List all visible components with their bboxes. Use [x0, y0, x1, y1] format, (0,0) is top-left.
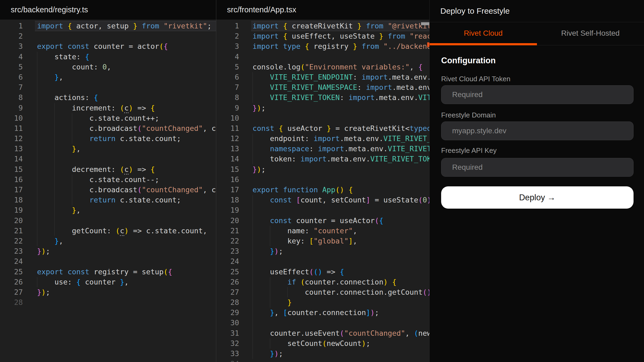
freestyle-api-key-input[interactable]: [441, 158, 634, 177]
line-number: 27: [216, 287, 239, 297]
code-token: c.state.count;: [116, 134, 181, 143]
code-line: 12 endpoint: import.meta.env.VITE_RIVET_…: [216, 134, 429, 144]
code-token: useEffect: [253, 268, 309, 276]
code-token: key:: [253, 237, 309, 245]
code-token: ): [41, 247, 46, 255]
code-token: "countChanged": [142, 186, 203, 194]
code-token: ): [274, 247, 279, 255]
code-line: 18 return c.state.count;: [0, 195, 216, 205]
code-token: }: [287, 298, 292, 306]
line-number: 19: [0, 205, 23, 215]
rivet-cloud-api-token-label: Rivet Cloud API Token: [441, 75, 510, 83]
indent-guide: [253, 195, 253, 359]
line-number: 21: [0, 226, 23, 236]
code-line: 19: [216, 205, 429, 215]
code-token: namespace: [270, 145, 309, 153]
line-number: 11: [0, 123, 23, 134]
line-number: 25: [216, 267, 239, 277]
code-text: c.broadcast("countChanged", c.state.coun…: [37, 185, 216, 195]
line-number: 23: [0, 246, 23, 256]
code-line: 14: [0, 154, 216, 164]
freestyle-domain-input[interactable]: [441, 121, 634, 140]
scrollbar-thumb[interactable]: [421, 22, 429, 25]
code-line: 2import { useEffect, useState } from "re…: [216, 31, 429, 41]
code-token: }: [120, 278, 124, 286]
code-text: actions: {: [37, 93, 98, 103]
code-line: 24: [0, 256, 216, 267]
line-number: 28: [0, 297, 23, 308]
code-token: [253, 349, 270, 358]
line-number: 7: [0, 82, 23, 93]
code-token: getCount:: [37, 227, 116, 235]
code-line: 20: [0, 216, 216, 226]
code-token: "rivetkit": [159, 22, 207, 30]
code-token: (: [309, 268, 313, 276]
code-token: ,: [409, 63, 418, 71]
line-number: 3: [216, 41, 239, 51]
line-number: 4: [0, 52, 23, 62]
deploy-button[interactable]: Deploy →: [441, 186, 634, 209]
code-token: {: [151, 165, 155, 173]
code-text: }, [counter.connection]);: [253, 308, 379, 318]
code-token: = useState: [370, 196, 418, 204]
code-token: ): [257, 165, 261, 173]
code-token: "../backend/registry": [379, 42, 429, 50]
line-number: 1: [216, 21, 239, 31]
code-token: [253, 196, 270, 204]
rivet-cloud-api-token-input[interactable]: [441, 85, 634, 104]
code-token: c.state.count--;: [37, 175, 159, 184]
code-token: {: [279, 124, 283, 132]
code-token: (): [423, 288, 429, 296]
code-line: 28 }: [216, 297, 429, 308]
code-text: },: [37, 205, 81, 215]
code-token: ,: [59, 73, 63, 81]
code-token: (: [163, 268, 168, 276]
line-number: 9: [0, 103, 23, 113]
code-token: (: [159, 42, 163, 50]
code-line: 19 },: [0, 205, 216, 215]
code-line: 15});: [216, 164, 429, 175]
code-token: [301, 42, 305, 50]
code-token: c: [120, 227, 124, 236]
code-token: import: [349, 93, 375, 102]
file-path-registry: src/backend/registry.ts: [0, 0, 216, 20]
code-token: import type: [253, 42, 301, 50]
code-line: 25 useEffect(() => {: [216, 267, 429, 277]
code-token: ;: [207, 22, 211, 30]
code-text: key: ["global"],: [253, 236, 357, 246]
code-text: namespace: import.meta.env.VITE_RIVET_NA…: [253, 144, 429, 154]
code-line: 2: [0, 31, 216, 41]
code-token: c: [124, 104, 129, 113]
code-token: }: [270, 247, 274, 255]
code-token: c.broadcast: [37, 186, 137, 194]
code-token: c: [124, 165, 129, 175]
code-token: {: [163, 42, 168, 50]
code-token: counter: [81, 278, 120, 286]
indent-guide: [37, 277, 37, 287]
code-token: .meta.env.: [392, 83, 429, 91]
code-token: {: [349, 186, 353, 194]
indent-guide: [253, 72, 253, 103]
code-text: useEffect(() => {: [253, 267, 344, 277]
code-token: (: [301, 63, 305, 71]
code-line: 17 c.broadcast("countChanged", c.state.c…: [0, 185, 216, 195]
editor-panel-app: src/frontend/App.tsx 1import { createRiv…: [216, 0, 429, 362]
code-token: ): [129, 104, 133, 112]
code-token: [37, 196, 89, 204]
code-text: });: [253, 103, 266, 113]
code-line: 17export function App() {: [216, 185, 429, 195]
code-token: (: [301, 278, 305, 286]
code-token: {: [68, 22, 72, 30]
line-number: 5: [0, 62, 23, 72]
tab-rivet-cloud[interactable]: Rivet Cloud: [430, 22, 537, 45]
code-token: =>: [133, 165, 151, 173]
tab-rivet-self-hosted[interactable]: Rivet Self-Hosted: [537, 22, 644, 45]
code-token: }: [133, 22, 137, 30]
code-token: createRivetKit: [287, 22, 357, 30]
code-area-registry: 1import { actor, setup } from "rivetkit"…: [0, 21, 216, 308]
code-line: 21 name: "counter",: [216, 226, 429, 236]
line-number: 10: [0, 113, 23, 123]
code-token: ,: [274, 308, 283, 317]
code-token: [: [296, 196, 301, 204]
code-token: {: [151, 104, 155, 112]
